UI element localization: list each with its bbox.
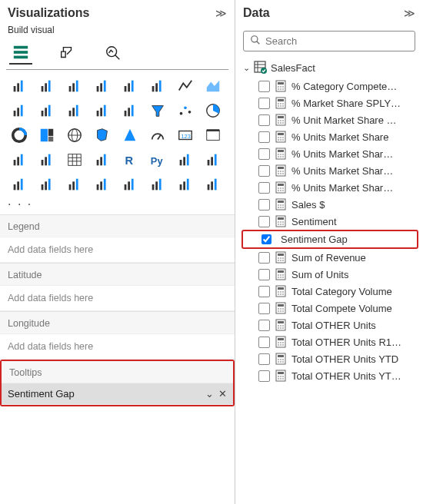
- svg-rect-70: [104, 154, 106, 166]
- viz-type-waterfall[interactable]: [117, 99, 143, 122]
- more-visuals-button[interactable]: · · ·: [0, 196, 235, 214]
- field-row[interactable]: Total OTHER Units YT…: [241, 367, 418, 384]
- viz-type-key-influencers[interactable]: [172, 148, 198, 171]
- svg-point-121: [280, 103, 281, 104]
- viz-type-kpi[interactable]: [200, 124, 226, 147]
- table-header[interactable]: ⌄ SalesFact: [241, 58, 418, 78]
- field-checkbox[interactable]: [258, 353, 270, 365]
- viz-type-ribbon[interactable]: [89, 99, 115, 122]
- field-row[interactable]: Sum of Units: [241, 266, 418, 283]
- field-checkbox[interactable]: [258, 337, 270, 348]
- field-checkbox[interactable]: [258, 303, 270, 314]
- svg-point-241: [280, 359, 281, 360]
- field-row[interactable]: Sentiment Gap: [241, 230, 418, 249]
- field-checkbox[interactable]: [258, 199, 270, 211]
- svg-point-221: [282, 310, 284, 312]
- field-row[interactable]: Total OTHER Units YTD: [241, 350, 418, 367]
- viz-type-pie[interactable]: [200, 99, 226, 122]
- svg-point-250: [282, 376, 284, 377]
- collapse-data-icon[interactable]: ≫: [404, 7, 415, 19]
- field-checkbox[interactable]: [258, 286, 270, 297]
- svg-point-229: [282, 327, 284, 329]
- field-checkbox[interactable]: [258, 269, 270, 280]
- field-row[interactable]: Sales $: [241, 196, 418, 213]
- field-row[interactable]: % Units Market Shar…: [241, 179, 418, 196]
- viz-type-clustered-bar[interactable]: [62, 75, 88, 98]
- viz-type-grid: 123RPy: [0, 69, 235, 196]
- viz-type-scatter[interactable]: [172, 99, 198, 122]
- build-tab[interactable]: [9, 41, 32, 65]
- analytics-tab[interactable]: [102, 41, 125, 65]
- viz-type-r-visual[interactable]: R: [117, 148, 143, 171]
- field-checkbox[interactable]: [258, 320, 270, 331]
- field-checkbox[interactable]: [258, 370, 270, 382]
- viz-type-gauge[interactable]: [145, 124, 171, 147]
- field-checkbox[interactable]: [258, 148, 270, 160]
- field-checkbox[interactable]: [261, 234, 271, 244]
- viz-type-qa[interactable]: [6, 173, 32, 196]
- viz-type-filled-map[interactable]: [89, 124, 115, 147]
- viz-type-matrix[interactable]: [89, 148, 115, 171]
- viz-type-map[interactable]: [62, 124, 88, 147]
- viz-type-scorecard[interactable]: [89, 173, 115, 196]
- field-row[interactable]: % Units Market Shar…: [241, 162, 418, 179]
- well-dropzone[interactable]: Add data fields here: [0, 237, 235, 263]
- format-tab[interactable]: [55, 41, 78, 65]
- field-row[interactable]: % Market Share SPLY…: [241, 94, 418, 111]
- field-row[interactable]: Total OTHER Units R1…: [241, 333, 418, 350]
- svg-point-113: [280, 86, 281, 88]
- field-row[interactable]: Total OTHER Units: [241, 317, 418, 333]
- search-box[interactable]: [243, 31, 415, 51]
- chevron-down-icon[interactable]: ⌄: [205, 388, 214, 400]
- well-dropzone[interactable]: Add data fields here: [0, 334, 235, 360]
- viz-type-slicer[interactable]: [34, 148, 60, 171]
- field-row[interactable]: Sum of Revenue: [241, 249, 418, 266]
- field-row[interactable]: % Unit Market Share …: [241, 111, 418, 128]
- viz-type-power-apps[interactable]: [117, 173, 143, 196]
- field-row[interactable]: % Units Market Share: [241, 128, 418, 145]
- viz-type-line[interactable]: [172, 75, 198, 98]
- field-checkbox[interactable]: [258, 98, 270, 109]
- field-checkbox[interactable]: [258, 252, 270, 264]
- field-row[interactable]: Total Compete Volume: [241, 300, 418, 317]
- viz-type-donut[interactable]: [6, 124, 32, 147]
- viz-type-stacked-column[interactable]: [34, 75, 60, 98]
- viz-type-card[interactable]: 123: [172, 124, 198, 147]
- field-row[interactable]: % Units Market Shar…: [241, 145, 418, 162]
- remove-field-icon[interactable]: ✕: [218, 388, 227, 400]
- field-checkbox[interactable]: [258, 216, 270, 227]
- viz-type-treemap[interactable]: [34, 124, 60, 147]
- viz-type-100-stacked-bar[interactable]: [117, 75, 143, 98]
- viz-type-paginated[interactable]: [62, 173, 88, 196]
- viz-type-clustered-column[interactable]: [89, 75, 115, 98]
- viz-type-stacked-bar[interactable]: [6, 75, 32, 98]
- field-checkbox[interactable]: [258, 114, 270, 126]
- viz-type-python-visual[interactable]: Py: [145, 148, 171, 171]
- viz-type-line-clustered-column[interactable]: [62, 99, 88, 122]
- viz-type-get-visuals[interactable]: [172, 173, 198, 196]
- viz-type-multi-row-card[interactable]: [6, 148, 32, 171]
- viz-type-power-automate[interactable]: [145, 173, 171, 196]
- viz-type-narrative[interactable]: [34, 173, 60, 196]
- viz-type-azure-map[interactable]: [117, 124, 143, 147]
- viz-type-funnel[interactable]: [145, 99, 171, 122]
- viz-type-stacked-area[interactable]: [6, 99, 32, 122]
- field-row[interactable]: Sentiment: [241, 213, 418, 230]
- search-input[interactable]: [265, 35, 408, 47]
- viz-type-table[interactable]: [62, 148, 88, 171]
- viz-type-area[interactable]: [200, 75, 226, 98]
- well-field[interactable]: Sentiment Gap⌄✕: [2, 383, 233, 405]
- field-row[interactable]: % Category Compete…: [241, 78, 418, 94]
- field-checkbox[interactable]: [258, 81, 270, 92]
- field-checkbox[interactable]: [258, 131, 270, 143]
- field-checkbox[interactable]: [258, 165, 270, 177]
- field-checkbox[interactable]: [258, 182, 270, 194]
- collapse-viz-icon[interactable]: ≫: [215, 7, 227, 19]
- viz-type-100-stacked-column[interactable]: [145, 75, 171, 98]
- viz-type-line-stacked-column[interactable]: [34, 99, 60, 122]
- field-row[interactable]: Total Category Volume: [241, 283, 418, 300]
- viz-type-blank[interactable]: [200, 173, 226, 196]
- well-dropzone[interactable]: Add data fields here: [0, 286, 235, 311]
- svg-point-123: [278, 105, 279, 107]
- viz-type-decomposition-tree[interactable]: [200, 148, 226, 171]
